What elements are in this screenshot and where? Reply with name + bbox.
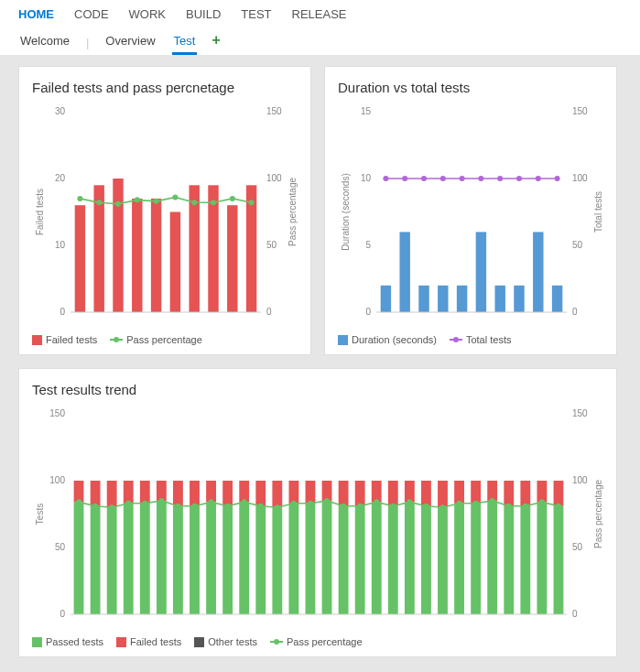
- svg-text:Failed tests: Failed tests: [35, 189, 45, 235]
- svg-text:150: 150: [572, 106, 588, 116]
- svg-rect-102: [322, 501, 332, 614]
- svg-rect-86: [190, 506, 200, 614]
- svg-rect-75: [91, 481, 101, 506]
- svg-text:150: 150: [49, 408, 65, 418]
- svg-point-60: [555, 176, 560, 181]
- svg-point-20: [77, 196, 82, 201]
- svg-point-25: [172, 194, 178, 200]
- svg-rect-95: [255, 481, 266, 506]
- svg-point-155: [457, 501, 462, 506]
- svg-rect-107: [355, 481, 365, 506]
- chart: 051015050100150Duration (seconds)Total t…: [338, 103, 605, 327]
- svg-point-59: [536, 176, 541, 181]
- svg-rect-83: [157, 481, 167, 501]
- legend-item: Pass percentage: [270, 636, 363, 647]
- svg-point-144: [275, 504, 280, 510]
- svg-rect-47: [494, 286, 504, 312]
- svg-text:50: 50: [572, 542, 583, 552]
- svg-point-28: [230, 196, 235, 201]
- svg-rect-87: [190, 481, 200, 506]
- svg-text:15: 15: [361, 106, 372, 116]
- svg-rect-94: [255, 506, 266, 614]
- svg-rect-82: [157, 501, 167, 614]
- svg-rect-118: [454, 504, 464, 614]
- svg-text:10: 10: [361, 173, 372, 183]
- svg-point-24: [154, 199, 159, 204]
- nav-item-test[interactable]: TEST: [241, 4, 271, 25]
- svg-point-141: [225, 504, 231, 509]
- svg-rect-73: [74, 481, 84, 502]
- nav-item-code[interactable]: CODE: [74, 4, 109, 25]
- svg-text:Tests: Tests: [35, 504, 45, 525]
- svg-point-158: [506, 504, 512, 509]
- svg-rect-18: [227, 205, 237, 312]
- svg-rect-105: [339, 481, 349, 506]
- legend-item: Failed tests: [32, 334, 97, 345]
- svg-rect-81: [140, 481, 150, 504]
- legend-item: Pass percentage: [110, 334, 202, 345]
- add-tab-button[interactable]: +: [212, 32, 220, 54]
- svg-point-132: [76, 499, 81, 504]
- svg-rect-108: [372, 502, 382, 614]
- svg-text:50: 50: [266, 240, 277, 250]
- nav-item-home[interactable]: HOME: [18, 4, 54, 25]
- svg-rect-15: [170, 212, 180, 313]
- widget-duration: Duration vs total tests 051015050100150D…: [324, 66, 617, 355]
- svg-point-149: [357, 504, 363, 509]
- svg-text:50: 50: [572, 240, 583, 250]
- svg-text:0: 0: [365, 307, 371, 317]
- svg-rect-97: [272, 481, 282, 507]
- svg-rect-116: [438, 507, 448, 614]
- svg-point-142: [242, 499, 247, 504]
- svg-rect-13: [132, 199, 142, 312]
- svg-point-137: [158, 498, 164, 504]
- widget-failed-tests: Failed tests and pass percnetage 0102030…: [18, 66, 311, 355]
- svg-rect-90: [222, 506, 233, 614]
- svg-point-140: [209, 499, 214, 504]
- svg-text:0: 0: [60, 609, 65, 619]
- svg-text:Pass percentage: Pass percentage: [593, 480, 603, 548]
- legend: Duration (seconds)Total tests: [338, 334, 603, 345]
- sub-nav-welcome[interactable]: Welcome: [18, 30, 71, 55]
- svg-point-58: [516, 176, 522, 181]
- svg-point-139: [192, 504, 198, 509]
- svg-rect-101: [306, 481, 316, 504]
- svg-point-143: [258, 504, 264, 509]
- svg-rect-46: [476, 232, 486, 312]
- sub-nav-overview[interactable]: Overview: [103, 30, 157, 55]
- svg-point-57: [497, 176, 503, 181]
- legend: Failed testsPass percentage: [32, 334, 298, 345]
- nav-item-work[interactable]: WORK: [129, 4, 166, 25]
- svg-rect-78: [124, 504, 134, 614]
- nav-item-build[interactable]: BUILD: [186, 4, 221, 25]
- svg-rect-129: [537, 481, 547, 502]
- sub-nav-test[interactable]: Test: [172, 30, 198, 55]
- svg-text:20: 20: [55, 173, 66, 183]
- legend-item: Other tests: [194, 636, 257, 647]
- chart: 050100150050100150TestsPass percentage: [32, 405, 605, 629]
- svg-rect-12: [113, 179, 123, 312]
- legend-item: Duration (seconds): [338, 334, 437, 345]
- svg-point-151: [390, 504, 396, 509]
- svg-text:5: 5: [365, 240, 371, 250]
- svg-point-136: [142, 501, 147, 506]
- svg-rect-103: [322, 481, 332, 501]
- svg-point-160: [539, 499, 545, 504]
- svg-text:0: 0: [572, 307, 578, 317]
- svg-point-21: [96, 200, 102, 205]
- svg-point-51: [383, 176, 388, 181]
- svg-rect-124: [504, 506, 514, 614]
- svg-point-26: [191, 200, 197, 205]
- svg-text:Duration (seconds): Duration (seconds): [341, 173, 351, 250]
- svg-rect-100: [306, 504, 316, 614]
- svg-point-134: [109, 504, 114, 510]
- svg-text:100: 100: [49, 475, 65, 485]
- svg-rect-45: [457, 286, 467, 312]
- nav-item-release[interactable]: RELEASE: [292, 4, 347, 25]
- svg-text:0: 0: [266, 307, 272, 317]
- svg-rect-96: [272, 507, 282, 614]
- svg-rect-80: [140, 504, 150, 614]
- svg-text:Total tests: Total tests: [593, 191, 603, 233]
- svg-rect-122: [487, 501, 497, 614]
- svg-rect-104: [339, 506, 349, 614]
